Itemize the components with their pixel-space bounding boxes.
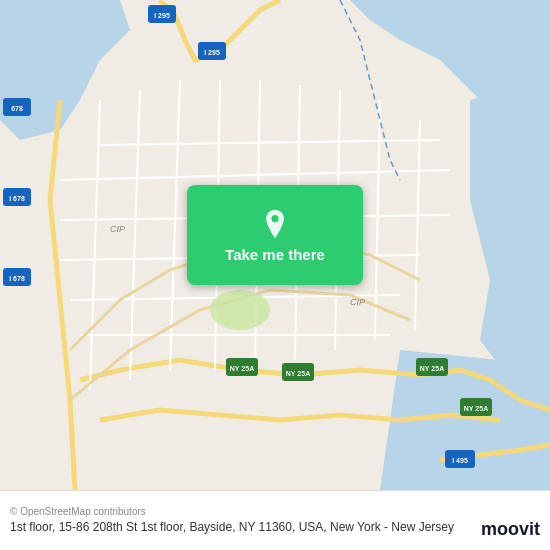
take-me-there-button[interactable]: Take me there [187,185,363,285]
svg-point-16 [210,290,270,330]
svg-text:678: 678 [11,105,23,112]
svg-text:CIP: CIP [350,297,365,307]
svg-text:I 295: I 295 [204,49,220,56]
svg-text:CIP: CIP [110,224,125,234]
map-area: I 295 I 295 678 I 678 I 678 CIP CIP NY 2… [0,0,550,490]
moovit-branding: moovit [481,519,540,540]
svg-point-39 [271,215,278,222]
svg-text:NY 25A: NY 25A [464,405,488,412]
address-label: 1st floor, 15-86 208th St 1st floor, Bay… [10,519,540,536]
svg-text:NY 25A: NY 25A [286,370,310,377]
map-attribution: © OpenStreetMap contributors [10,506,540,517]
svg-text:I 678: I 678 [9,275,25,282]
svg-text:I 678: I 678 [9,195,25,202]
moovit-logo-text: moovit [481,519,540,539]
svg-text:NY 25A: NY 25A [230,365,254,372]
svg-text:NY 25A: NY 25A [420,365,444,372]
footer-bar: © OpenStreetMap contributors 1st floor, … [0,490,550,550]
take-me-there-label: Take me there [225,246,325,263]
svg-text:I 495: I 495 [452,457,468,464]
location-pin-icon [259,208,291,240]
svg-text:I 295: I 295 [154,12,170,19]
